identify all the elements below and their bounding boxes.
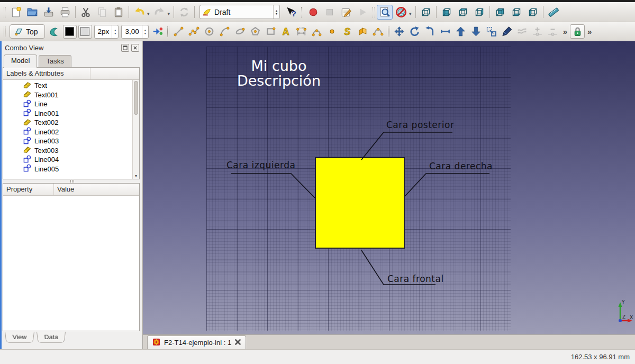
draft-rectangle-button[interactable] [264, 24, 278, 39]
tree-item-line005[interactable]: Line005 [23, 165, 132, 174]
draft-arc-button[interactable] [217, 24, 232, 39]
view-left-button[interactable] [525, 5, 541, 20]
macro-edit-button[interactable] [338, 5, 354, 20]
redo-button[interactable] [152, 5, 168, 20]
tree-item-text001[interactable]: Text001 [23, 90, 132, 100]
toolbar-handle[interactable] [373, 7, 375, 17]
draft-bspline-button[interactable] [310, 24, 324, 39]
toolbar-handle[interactable] [4, 26, 6, 37]
draft-upgrade-button[interactable] [453, 24, 468, 39]
tab-data[interactable]: Data [37, 332, 66, 343]
draft-point-button[interactable] [325, 24, 340, 39]
draft-downgrade-button[interactable] [469, 24, 484, 39]
document-tab[interactable]: F2-T14-ejemplo-ini : 1 [147, 335, 246, 349]
view-front-button[interactable] [439, 5, 455, 20]
draft-circle-button[interactable] [202, 24, 217, 39]
cut-button[interactable] [78, 5, 94, 20]
draft-move-button[interactable] [392, 24, 407, 39]
label-cara-posterior[interactable]: Cara posterior [386, 120, 454, 130]
draft-trimex-button[interactable] [438, 24, 453, 39]
value-column-header[interactable]: Value [54, 184, 139, 195]
spinner-arrows-icon[interactable]: ▴▾ [112, 25, 118, 38]
toolbar-handle[interactable] [388, 26, 390, 37]
print-button[interactable] [57, 5, 73, 20]
label-cara-frontal[interactable]: Cara frontal [387, 274, 444, 284]
label-cara-izquierda[interactable]: Cara izquierda [226, 160, 295, 170]
tree-header-label[interactable]: Labels & Attributes [3, 68, 90, 79]
toolbar-handle[interactable] [4, 7, 6, 17]
lock-button[interactable] [570, 24, 585, 39]
tree-item-line[interactable]: Line [23, 99, 132, 109]
tree-item-text[interactable]: Text [23, 81, 132, 90]
view-right-button[interactable] [471, 5, 487, 20]
tree-item-line003[interactable]: Line003 [23, 136, 132, 146]
new-document-button[interactable] [8, 5, 24, 20]
toolbar-extend-icon[interactable]: » [561, 27, 569, 36]
open-folder-button[interactable] [24, 5, 40, 20]
macro-play-button[interactable] [355, 5, 370, 20]
refresh-button[interactable] [176, 5, 192, 20]
line-width-spinbox[interactable]: 2px▴▾ [94, 25, 119, 39]
draft-wire-button[interactable] [187, 24, 202, 39]
tree-item-line004[interactable]: Line004 [23, 155, 132, 165]
draft-facebinder-button[interactable] [356, 24, 370, 39]
draft-addpoint-button[interactable] [530, 24, 545, 39]
spinner-arrows-icon[interactable]: ▴▾ [142, 25, 148, 38]
dropdown-arrow-icon[interactable]: ▾ [147, 11, 150, 16]
dropdown-arrow-icon[interactable]: ▾ [168, 11, 170, 16]
tree-item-text003[interactable]: Text003 [23, 146, 132, 156]
scrollbar-thumb[interactable] [134, 81, 138, 115]
tree-scrollbar[interactable]: ▾ [132, 80, 139, 179]
apply-style-button[interactable] [150, 24, 165, 39]
working-plane-button[interactable]: Top [10, 24, 45, 39]
construction-mode-button[interactable] [47, 24, 62, 39]
workbench-selector[interactable]: Draft▴▾ [199, 5, 280, 19]
save-button[interactable] [41, 5, 57, 20]
float-panel-button[interactable] [121, 44, 129, 52]
undo-button[interactable] [131, 5, 147, 20]
tab-tasks[interactable]: Tasks [39, 55, 71, 67]
draft-polygon-button[interactable] [248, 24, 263, 39]
view-rear-button[interactable] [492, 5, 508, 20]
close-panel-button[interactable] [131, 44, 139, 52]
draft-ellipse-button[interactable] [233, 24, 248, 39]
draft-delpoint-button[interactable] [546, 24, 560, 39]
macro-record-button[interactable] [305, 5, 321, 20]
whats-this-button[interactable]: ? [283, 5, 299, 20]
toolbar-handle[interactable] [301, 7, 303, 17]
toolbar-handle[interactable] [167, 26, 169, 37]
3d-viewport[interactable]: Mi cubo Descripción Cara posterior Cara … [143, 41, 635, 334]
draft-rotate-button[interactable] [407, 24, 422, 39]
spinner-arrows-icon[interactable]: ▴▾ [273, 5, 279, 19]
panel-splitter[interactable] [2, 179, 142, 183]
draft-offset-button[interactable] [423, 24, 438, 39]
view-fit-all-button[interactable] [377, 5, 393, 20]
close-document-button[interactable] [235, 339, 241, 347]
tree-item-text002[interactable]: Text002 [23, 118, 132, 128]
dropdown-arrow-icon[interactable]: ▾ [409, 11, 412, 16]
macro-stop-button[interactable] [322, 5, 338, 20]
copy-button[interactable] [94, 5, 110, 20]
view-axonometric-button[interactable] [418, 5, 434, 20]
line-color-button[interactable] [63, 25, 77, 39]
font-size-spinbox[interactable]: 3,00▴▾ [121, 25, 148, 39]
draft-shapestring-button[interactable]: S [340, 24, 355, 39]
draft-dimension-button[interactable]: 1.00 [294, 24, 309, 39]
face-color-button[interactable] [78, 25, 92, 39]
view-top-button[interactable] [455, 5, 471, 20]
draft-bezier-button[interactable] [371, 24, 386, 39]
view-bottom-button[interactable] [509, 5, 524, 20]
tab-model[interactable]: Model [4, 54, 37, 68]
draft-join-button[interactable] [515, 24, 530, 39]
property-column-header[interactable]: Property [3, 184, 54, 195]
paste-button[interactable] [111, 5, 126, 20]
draft-edit-button[interactable] [500, 24, 514, 39]
toolbar-extend-icon[interactable]: » [585, 27, 594, 36]
scrollbar-down-icon[interactable]: ▾ [133, 174, 139, 178]
draft-text-button[interactable]: A [279, 24, 294, 39]
tree-item-line002[interactable]: Line002 [23, 128, 132, 137]
tree-item-line001[interactable]: Line001 [23, 109, 132, 119]
measure-distance-button[interactable] [546, 5, 561, 20]
draft-line-button[interactable] [171, 24, 186, 39]
label-cara-derecha[interactable]: Cara derecha [429, 161, 493, 171]
